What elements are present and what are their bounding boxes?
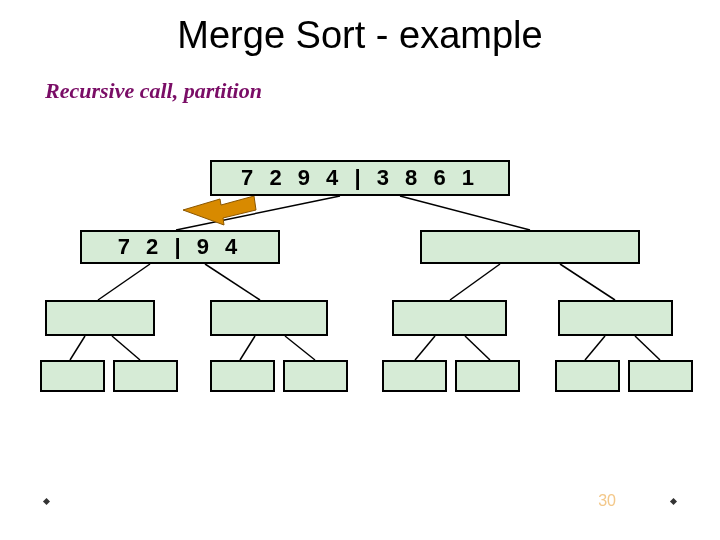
tree-node-root: 7 2 9 4 | 3 8 6 1 — [210, 160, 510, 196]
svg-marker-14 — [183, 196, 256, 225]
svg-line-4 — [450, 264, 500, 300]
svg-line-3 — [205, 264, 260, 300]
svg-line-2 — [98, 264, 150, 300]
svg-line-8 — [240, 336, 255, 360]
decoration-dot — [670, 498, 677, 505]
tree-node-l34 — [558, 300, 673, 336]
tree-node-l46 — [455, 360, 520, 392]
tree-node-l42 — [113, 360, 178, 392]
svg-line-0 — [176, 196, 340, 230]
tree-node-l31 — [45, 300, 155, 336]
svg-line-6 — [70, 336, 85, 360]
svg-line-11 — [465, 336, 490, 360]
svg-line-7 — [112, 336, 140, 360]
svg-line-10 — [415, 336, 435, 360]
svg-line-12 — [585, 336, 605, 360]
slide-title: Merge Sort - example — [0, 14, 720, 57]
slide: Merge Sort - example Recursive call, par… — [0, 0, 720, 540]
page-number: 30 — [598, 492, 616, 510]
tree-node-l48 — [628, 360, 693, 392]
svg-line-9 — [285, 336, 315, 360]
svg-line-1 — [400, 196, 530, 230]
tree-node-l43 — [210, 360, 275, 392]
tree-node-l45 — [382, 360, 447, 392]
tree-node-l44 — [283, 360, 348, 392]
svg-line-5 — [560, 264, 615, 300]
slide-subtitle: Recursive call, partition — [45, 78, 262, 104]
tree-node-left2: 7 2 | 9 4 — [80, 230, 280, 264]
decoration-dot — [43, 498, 50, 505]
tree-node-l32 — [210, 300, 328, 336]
arrow-icon — [183, 196, 256, 225]
tree-node-l33 — [392, 300, 507, 336]
tree-node-l41 — [40, 360, 105, 392]
tree-node-l47 — [555, 360, 620, 392]
tree-node-right2 — [420, 230, 640, 264]
svg-line-13 — [635, 336, 660, 360]
